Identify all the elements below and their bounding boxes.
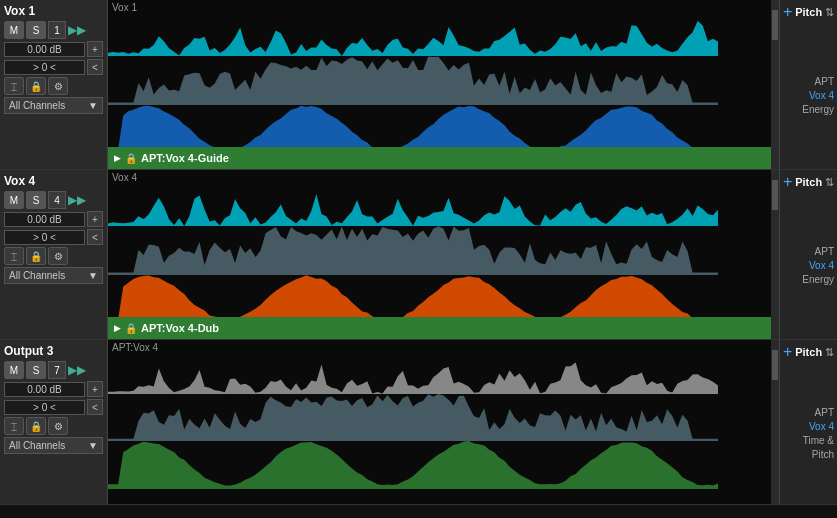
scrollbar-thumb[interactable] — [772, 350, 778, 380]
pan-right-button[interactable]: < — [87, 229, 103, 245]
pitch-label-1: Vox 4 — [809, 260, 834, 271]
db-up-button[interactable]: + — [87, 41, 103, 57]
eq-button[interactable]: ⌶ — [4, 247, 24, 265]
track-name: Vox 1 — [4, 4, 103, 18]
solo-button[interactable]: S — [26, 21, 46, 39]
pitch-panel-track3: +Pitch⇅APTVox 4Time &Pitch — [779, 340, 837, 504]
pitch-title: Pitch — [795, 346, 822, 358]
pitch-label-2: Time & — [803, 435, 834, 446]
track-controls-track3: Output 3 M S 7 ▶▶ 0.00 dB + > 0 < < ⌶ 🔒 … — [0, 340, 108, 504]
pitch-add-button[interactable]: + — [783, 343, 792, 361]
all-channels-dropdown[interactable]: All Channels ▼ — [4, 437, 103, 454]
pitch-panel-track2: +Pitch⇅APTVox 4Energy — [779, 170, 837, 339]
volume-icon: ▶▶ — [68, 193, 86, 207]
solo-button[interactable]: S — [26, 361, 46, 379]
pitch-label-2: Energy — [802, 104, 834, 115]
track-controls-track1: Vox 1 M S 1 ▶▶ 0.00 dB + > 0 < < ⌶ 🔒 ⚙ A… — [0, 0, 108, 169]
mute-button[interactable]: M — [4, 361, 24, 379]
pitch-sort-button[interactable]: ⇅ — [825, 176, 834, 189]
channel-number: 7 — [48, 361, 66, 379]
db-value: 0.00 dB — [4, 42, 85, 57]
waveform-scrollbar[interactable] — [771, 0, 779, 169]
pitch-labels: APTVox 4Time &Pitch — [783, 365, 834, 501]
dropdown-icon: ▼ — [88, 440, 98, 451]
pitch-label-1: Vox 4 — [809, 90, 834, 101]
db-up-button[interactable]: + — [87, 381, 103, 397]
track-row-track3: Output 3 M S 7 ▶▶ 0.00 dB + > 0 < < ⌶ 🔒 … — [0, 340, 837, 505]
track-controls-track2: Vox 4 M S 4 ▶▶ 0.00 dB + > 0 < < ⌶ 🔒 ⚙ A… — [0, 170, 108, 339]
clip-bar[interactable]: ▶ 🔒 APT:Vox 4-Guide — [108, 147, 779, 169]
db-value: 0.00 dB — [4, 382, 85, 397]
track-name: Output 3 — [4, 344, 103, 358]
pan-value: > 0 < — [4, 230, 85, 245]
pitch-title: Pitch — [795, 176, 822, 188]
volume-icon: ▶▶ — [68, 23, 86, 37]
pitch-labels: APTVox 4Energy — [783, 195, 834, 336]
scrollbar-thumb[interactable] — [772, 180, 778, 210]
track-row-track2: Vox 4 M S 4 ▶▶ 0.00 dB + > 0 < < ⌶ 🔒 ⚙ A… — [0, 170, 837, 340]
pitch-title: Pitch — [795, 6, 822, 18]
waveform-svg — [108, 14, 779, 154]
pitch-label-0: APT — [815, 407, 834, 418]
vox-label: APT:Vox 4 — [112, 342, 158, 353]
db-up-button[interactable]: + — [87, 211, 103, 227]
clip-bar[interactable]: ▶ 🔒 APT:Vox 4-Dub — [108, 317, 779, 339]
mute-button[interactable]: M — [4, 21, 24, 39]
pitch-label-3: Pitch — [812, 449, 834, 460]
pan-value: > 0 < — [4, 400, 85, 415]
lock-button[interactable]: 🔒 — [26, 247, 46, 265]
pitch-label-1: Vox 4 — [809, 421, 834, 432]
all-channels-label: All Channels — [9, 100, 65, 111]
clip-label: APT:Vox 4-Dub — [141, 322, 219, 334]
pitch-add-button[interactable]: + — [783, 173, 792, 191]
db-value: 0.00 dB — [4, 212, 85, 227]
track-name: Vox 4 — [4, 174, 103, 188]
all-channels-label: All Channels — [9, 270, 65, 281]
eq-button[interactable]: ⌶ — [4, 77, 24, 95]
lock-icon: 🔒 — [125, 153, 137, 164]
scrollbar-thumb[interactable] — [772, 10, 778, 40]
settings-button[interactable]: ⚙ — [48, 417, 68, 435]
settings-button[interactable]: ⚙ — [48, 77, 68, 95]
waveform-scrollbar[interactable] — [771, 340, 779, 504]
pan-right-button[interactable]: < — [87, 59, 103, 75]
pitch-add-button[interactable]: + — [783, 3, 792, 21]
eq-button[interactable]: ⌶ — [4, 417, 24, 435]
vox-label: Vox 4 — [112, 172, 137, 183]
pitch-label-0: APT — [815, 246, 834, 257]
lock-icon: 🔒 — [125, 323, 137, 334]
pitch-sort-button[interactable]: ⇅ — [825, 346, 834, 359]
pitch-sort-button[interactable]: ⇅ — [825, 6, 834, 19]
mute-button[interactable]: M — [4, 191, 24, 209]
waveform-scrollbar[interactable] — [771, 170, 779, 339]
waveform-area-track3: APT:Vox 4 — [108, 340, 779, 504]
solo-button[interactable]: S — [26, 191, 46, 209]
vox-label: Vox 1 — [112, 2, 137, 13]
clip-label: APT:Vox 4-Guide — [141, 152, 229, 164]
lock-button[interactable]: 🔒 — [26, 77, 46, 95]
waveform-area-track2: Vox 4 ▶ 🔒 APT:Vox 4-Dub — [108, 170, 779, 339]
waveform-area-track1: Vox 1 ▶ 🔒 APT:Vox 4-Guide — [108, 0, 779, 169]
waveform-svg — [108, 184, 779, 324]
pan-value: > 0 < — [4, 60, 85, 75]
all-channels-dropdown[interactable]: All Channels ▼ — [4, 267, 103, 284]
lock-button[interactable]: 🔒 — [26, 417, 46, 435]
volume-icon: ▶▶ — [68, 363, 86, 377]
pitch-labels: APTVox 4Energy — [783, 25, 834, 166]
play-button[interactable]: ▶ — [114, 323, 121, 333]
waveform-svg — [108, 354, 779, 489]
play-button[interactable]: ▶ — [114, 153, 121, 163]
pan-right-button[interactable]: < — [87, 399, 103, 415]
all-channels-dropdown[interactable]: All Channels ▼ — [4, 97, 103, 114]
pitch-label-2: Energy — [802, 274, 834, 285]
channel-number: 4 — [48, 191, 66, 209]
channel-number: 1 — [48, 21, 66, 39]
dropdown-icon: ▼ — [88, 270, 98, 281]
settings-button[interactable]: ⚙ — [48, 247, 68, 265]
pitch-panel-track1: +Pitch⇅APTVox 4Energy — [779, 0, 837, 169]
pitch-label-0: APT — [815, 76, 834, 87]
all-channels-label: All Channels — [9, 440, 65, 451]
dropdown-icon: ▼ — [88, 100, 98, 111]
track-row-track1: Vox 1 M S 1 ▶▶ 0.00 dB + > 0 < < ⌶ 🔒 ⚙ A… — [0, 0, 837, 170]
